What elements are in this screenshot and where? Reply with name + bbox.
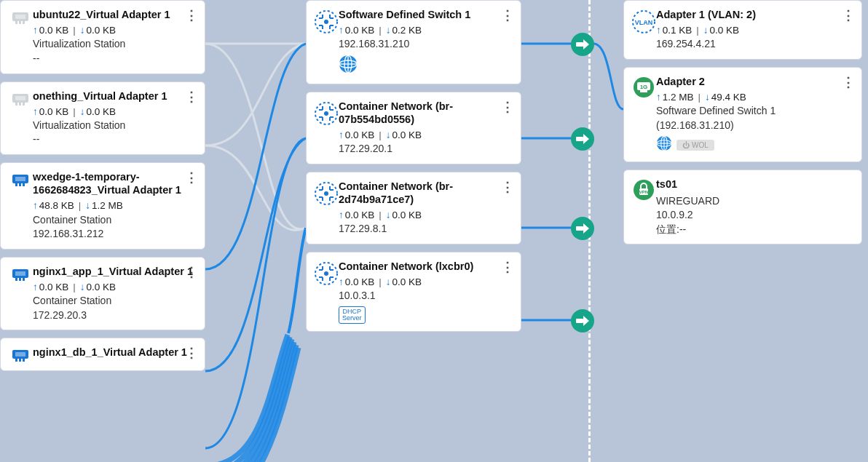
- upload-icon: ↑: [339, 24, 344, 37]
- connector-node: [570, 32, 595, 57]
- more-menu-button[interactable]: ⋮: [184, 265, 199, 279]
- virtual-adapter-card[interactable]: wxedge-1-temporary-1662684823_Virtual Ad…: [0, 162, 205, 250]
- svg-rect-54: [640, 90, 647, 92]
- adapter-type-icon: VLAN: [631, 8, 656, 34]
- virtual-adapter-card[interactable]: ubuntu22_Virtual Adapter 1 ↑0.0 KB | ↓0.…: [0, 0, 205, 74]
- traffic-stats: ↑0.0 KB | ↓0.0 KB: [33, 281, 194, 294]
- svg-rect-7: [576, 226, 583, 231]
- svg-rect-26: [15, 177, 25, 181]
- more-menu-button[interactable]: ⋮: [500, 180, 515, 194]
- svg-text:VLAN: VLAN: [635, 19, 653, 26]
- svg-rect-30: [23, 278, 25, 281]
- svg-point-38: [324, 20, 328, 24]
- more-menu-button[interactable]: ⋮: [500, 8, 515, 23]
- globe-icon: [656, 135, 672, 154]
- upload-icon: ↑: [33, 24, 38, 37]
- card-ip: 169.254.4.21: [656, 37, 851, 52]
- download-icon: ↓: [80, 24, 85, 37]
- card-subtitle: Container Station: [33, 213, 194, 228]
- svg-rect-35: [23, 359, 25, 362]
- svg-point-49: [324, 271, 328, 276]
- adapter-card[interactable]: VLAN Adapter 1 (VLAN: 2) ↑0.1 KB | ↓0.0 …: [623, 0, 862, 60]
- more-menu-button[interactable]: ⋮: [841, 75, 856, 89]
- adapter-icon: [8, 346, 33, 363]
- upload-icon: ↑: [656, 24, 661, 37]
- traffic-stats: ↑0.1 KB | ↓0.0 KB: [656, 24, 851, 37]
- card-subtitle: Virtualization Station: [33, 119, 194, 133]
- svg-text:VPN: VPN: [639, 190, 648, 194]
- adapter-card[interactable]: 1G Adapter 2 ↑1.2 MB | ↓49.4 KB Software…: [623, 67, 862, 163]
- switch-icon: [314, 180, 339, 206]
- card-title: ubuntu22_Virtual Adapter 1: [33, 8, 194, 21]
- svg-rect-21: [15, 96, 25, 100]
- network-node-card[interactable]: Container Network (br-2d74b9a71ce7) ↑0.0…: [306, 172, 521, 244]
- card-ip: 10.0.9.2: [656, 208, 851, 223]
- svg-rect-13: [15, 21, 17, 24]
- svg-rect-31: [15, 271, 25, 276]
- svg-rect-4: [576, 137, 583, 141]
- svg-rect-29: [19, 278, 21, 281]
- traffic-stats: ↑0.0 KB | ↓0.0 KB: [33, 105, 194, 119]
- download-icon: ↓: [80, 281, 85, 294]
- svg-rect-33: [15, 359, 17, 362]
- adapter-icon: [8, 89, 33, 107]
- svg-rect-18: [15, 103, 17, 105]
- download-icon: ↓: [386, 24, 391, 37]
- svg-point-45: [324, 111, 328, 116]
- card-title: Container Network (lxcbr0): [339, 260, 510, 273]
- traffic-stats: ↑48.8 KB | ↓1.2 MB: [33, 199, 194, 212]
- more-menu-button[interactable]: ⋮: [500, 260, 515, 274]
- card-title: wxedge-1-temporary-1662684823_Virtual Ad…: [33, 170, 194, 196]
- more-menu-button[interactable]: ⋮: [500, 100, 515, 114]
- svg-rect-20: [23, 103, 25, 105]
- adapter-icon: [8, 8, 33, 25]
- card-title: Software Defined Switch 1: [339, 8, 510, 21]
- network-node-card[interactable]: Container Network (lxcbr0) ↑0.0 KB | ↓0.…: [306, 252, 521, 332]
- adapter-type-icon: VPN: [631, 178, 656, 201]
- svg-rect-36: [15, 352, 25, 357]
- virtual-adapter-card[interactable]: nginx1_app_1_Virtual Adapter 1 ↑0.0 KB |…: [0, 257, 205, 331]
- more-menu-button[interactable]: ⋮: [841, 8, 856, 23]
- card-title: ts01: [656, 178, 851, 191]
- virtual-adapter-card[interactable]: onething_Virtual Adapter 1 ↑0.0 KB | ↓0.…: [0, 81, 205, 156]
- network-node-card[interactable]: Software Defined Switch 1 ↑0.0 KB | ↓0.2…: [306, 0, 521, 84]
- more-menu-button[interactable]: ⋮: [184, 8, 199, 23]
- svg-rect-15: [23, 21, 25, 24]
- card-title: Container Network (br-2d74b9a71ce7): [339, 180, 510, 206]
- svg-rect-23: [15, 183, 17, 186]
- card-title: Adapter 1 (VLAN: 2): [656, 8, 851, 21]
- dhcp-server-badge: DHCPServer: [339, 306, 366, 324]
- upload-icon: ↑: [339, 276, 344, 289]
- card-title: nginx1_app_1_Virtual Adapter 1: [33, 265, 194, 278]
- svg-rect-16: [15, 15, 25, 19]
- svg-point-47: [324, 191, 328, 196]
- virtual-adapter-card[interactable]: nginx1_db_1_Virtual Adapter 1⋮: [0, 338, 205, 371]
- download-icon: ↓: [386, 209, 391, 222]
- network-node-card[interactable]: Container Network (br-07b554bd0556) ↑0.0…: [306, 92, 521, 164]
- svg-rect-14: [19, 21, 21, 24]
- more-menu-button[interactable]: ⋮: [184, 170, 199, 185]
- download-icon: ↓: [703, 24, 709, 37]
- adapter-icon: [8, 265, 33, 282]
- adapter-card[interactable]: VPN ts01WIREGUARD10.0.9.2位置:--: [623, 170, 862, 244]
- card-subtitle: Software Defined Switch 1 (192.168.31.21…: [656, 104, 851, 132]
- svg-rect-1: [576, 42, 583, 47]
- upload-icon: ↑: [339, 129, 344, 142]
- upload-icon: ↑: [33, 199, 38, 212]
- download-icon: ↓: [85, 199, 90, 212]
- adapter-icon: [8, 170, 33, 188]
- card-ip: 172.29.20.1: [339, 142, 510, 156]
- svg-text:1G: 1G: [640, 84, 648, 90]
- more-menu-button[interactable]: ⋮: [184, 346, 199, 360]
- card-title: onething_Virtual Adapter 1: [33, 89, 194, 103]
- switch-icon: [314, 8, 339, 34]
- card-ip: 172.29.8.1: [339, 222, 510, 236]
- upload-icon: ↑: [33, 105, 38, 119]
- switch-icon: [314, 260, 339, 286]
- traffic-stats: ↑1.2 MB | ↓49.4 KB: [656, 91, 851, 104]
- card-title: Adapter 2: [656, 75, 851, 88]
- connector-node: [570, 127, 595, 151]
- card-location: 位置:--: [656, 223, 851, 237]
- card-title: Container Network (br-07b554bd0556): [339, 100, 510, 126]
- more-menu-button[interactable]: ⋮: [184, 89, 199, 104]
